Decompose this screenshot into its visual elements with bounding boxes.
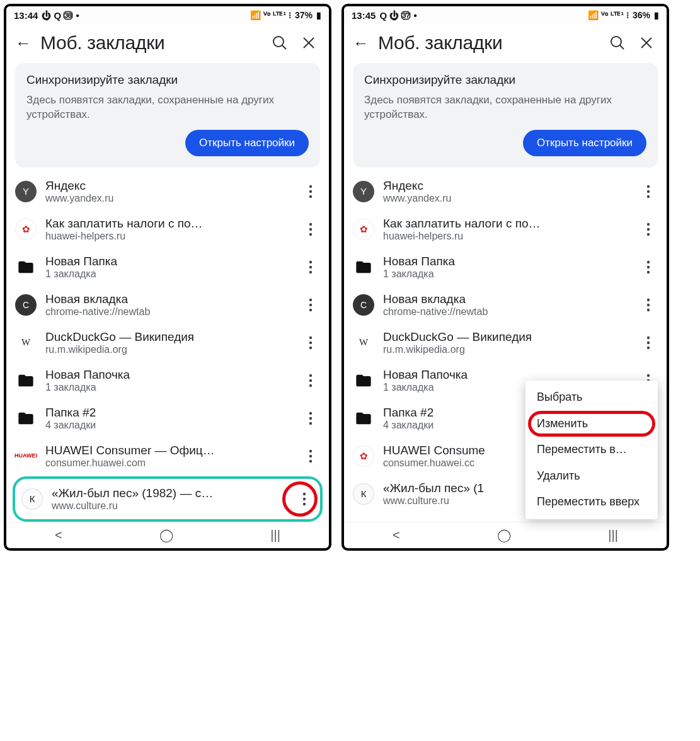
folder-icon: [353, 408, 374, 429]
favicon: C: [15, 294, 37, 316]
close-icon: [301, 35, 316, 50]
svg-point-2: [309, 195, 312, 198]
bookmark-text: Новая Папочка1 закладка: [45, 368, 292, 393]
svg-point-10: [309, 304, 312, 306]
bookmark-item[interactable]: ✿Как заплатить налоги с по…huawei-helper…: [344, 210, 667, 248]
nav-recents-icon[interactable]: |||: [608, 528, 618, 543]
bookmark-item[interactable]: Новая Папочка1 закладка: [6, 362, 329, 399]
favicon: W: [15, 332, 37, 353]
context-menu-item[interactable]: Выбрать: [525, 384, 658, 411]
bookmark-more-button[interactable]: [301, 217, 320, 242]
bookmark-item[interactable]: CНовая вкладкаchrome-native://newtab: [344, 286, 667, 324]
svg-point-17: [309, 384, 312, 387]
nav-recents-icon[interactable]: |||: [270, 528, 280, 543]
bookmark-title: Папка #2: [45, 406, 292, 420]
bookmark-more-button[interactable]: [301, 368, 320, 393]
svg-point-12: [309, 336, 312, 339]
search-icon: [272, 35, 287, 50]
bookmark-text: «Жил-был пес» (1982) — с… www.culture.ru: [52, 486, 286, 512]
bookmark-item[interactable]: YЯндексwww.yandex.ru: [344, 173, 667, 210]
search-button[interactable]: [268, 32, 291, 54]
bookmark-text: HUAWEI Consumer — Офиц…consumer.huawei.c…: [45, 444, 292, 469]
open-settings-button[interactable]: Открыть настройки: [185, 130, 309, 156]
favicon: К: [353, 483, 374, 505]
status-time: 13:44: [14, 10, 38, 21]
bookmark-more-button[interactable]: [639, 292, 658, 318]
back-button[interactable]: ←: [353, 33, 372, 53]
bookmark-url: 1 закладка: [383, 268, 630, 280]
context-menu-item[interactable]: Переместить в…: [525, 437, 658, 463]
battery-icon: ▮: [654, 10, 659, 20]
favicon: C: [353, 294, 374, 316]
bookmark-url: huawei-helpers.ru: [383, 231, 630, 242]
svg-point-14: [309, 347, 312, 349]
bookmark-title: Новая Папка: [383, 255, 630, 268]
bookmark-more-button[interactable]: [301, 179, 320, 204]
bookmark-more-button[interactable]: [301, 255, 320, 280]
nav-home-icon[interactable]: ◯: [497, 527, 511, 543]
bookmark-list[interactable]: YЯндексwww.yandex.ru✿Как заплатить налог…: [6, 173, 329, 475]
svg-point-13: [309, 342, 312, 344]
sync-subtext: Здесь появятся закладки, сохраненные на …: [26, 93, 309, 122]
svg-point-34: [647, 266, 650, 268]
bookmark-item[interactable]: К «Жил-был пес» (1982) — с… www.culture.…: [18, 480, 318, 518]
close-button[interactable]: [297, 32, 320, 54]
bookmark-item[interactable]: WDuckDuckGo — Википедияru.m.wikipedia.or…: [6, 324, 329, 362]
bookmark-url: 1 закладка: [45, 382, 292, 393]
battery-icon: ▮: [316, 10, 321, 20]
bookmark-url: consumer.huawei.com: [45, 457, 292, 469]
context-menu-item[interactable]: Переместить вверх: [525, 489, 658, 515]
bookmark-more-button[interactable]: [301, 330, 320, 355]
bookmark-url: chrome-native://newtab: [45, 306, 292, 318]
bookmark-item[interactable]: ✿Как заплатить налоги с по…huawei-helper…: [6, 210, 329, 248]
close-button[interactable]: [635, 32, 658, 54]
bookmark-item[interactable]: HUAWEIHUAWEI Consumer — Офиц…consumer.hu…: [6, 437, 329, 475]
svg-point-40: [647, 342, 650, 344]
folder-icon: [15, 256, 37, 278]
bookmark-more-button[interactable]: [301, 292, 320, 318]
svg-point-37: [647, 304, 650, 306]
bookmark-item[interactable]: Папка #24 закладки: [6, 399, 329, 437]
svg-point-23: [309, 460, 312, 462]
bookmark-more-button[interactable]: [301, 406, 320, 431]
bookmark-item[interactable]: Новая Папка1 закладка: [6, 248, 329, 286]
context-menu-item[interactable]: Удалить: [525, 463, 658, 490]
open-settings-button[interactable]: Открыть настройки: [523, 130, 646, 156]
bookmark-title: Новая вкладка: [45, 292, 292, 306]
sync-heading: Синхронизируйте закладки: [26, 73, 309, 87]
svg-point-32: [647, 233, 650, 236]
bookmark-text: Как заплатить налоги с по…huawei-helpers…: [383, 217, 630, 242]
favicon: ✿: [15, 219, 37, 240]
svg-point-20: [309, 422, 312, 425]
bookmark-text: Яндексwww.yandex.ru: [383, 179, 630, 204]
close-icon: [639, 35, 654, 50]
nav-back-icon[interactable]: <: [55, 528, 62, 543]
search-button[interactable]: [606, 32, 629, 54]
bookmark-more-button[interactable]: [639, 330, 658, 355]
bookmark-title: Новая вкладка: [383, 292, 630, 306]
bookmark-text: Новая Папка1 закладка: [383, 255, 630, 280]
context-menu-item[interactable]: Изменить: [525, 411, 658, 437]
nav-home-icon[interactable]: ◯: [159, 527, 173, 543]
bookmark-more-button[interactable]: [639, 217, 658, 242]
folder-icon: [353, 370, 374, 391]
android-navbar: < ◯ |||: [6, 522, 329, 548]
bookmark-text: Новая Папка1 закладка: [45, 255, 292, 280]
status-icons-left: Q ⏻ ㊲ •: [379, 10, 416, 21]
status-bar: 13:44 ⏻ Q ㊳ • 📶 ⱽᵒ ᴸᵀᴱ¹ ⁝ 37% ▮: [6, 6, 329, 24]
bookmark-item[interactable]: YЯндексwww.yandex.ru: [6, 173, 329, 210]
back-button[interactable]: ←: [15, 33, 34, 53]
more-icon: [302, 492, 306, 506]
bookmark-item[interactable]: CНовая вкладкаchrome-native://newtab: [6, 286, 329, 324]
bookmark-more-button[interactable]: [639, 179, 658, 204]
bookmark-item[interactable]: Новая Папка1 закладка: [344, 248, 667, 286]
nav-back-icon[interactable]: <: [393, 528, 400, 543]
bookmark-item[interactable]: WDuckDuckGo — Википедияru.m.wikipedia.or…: [344, 324, 667, 362]
bookmark-more-button[interactable]: [301, 444, 320, 469]
bookmark-title: HUAWEI Consumer — Офиц…: [45, 444, 292, 457]
favicon: К: [21, 488, 43, 510]
bookmark-more-button[interactable]: [639, 255, 658, 280]
bookmark-url: 4 закладки: [45, 420, 292, 431]
status-network-icon: 📶 ⱽᵒ ᴸᵀᴱ¹ ⁝: [588, 10, 629, 20]
bookmark-more-button[interactable]: [295, 486, 314, 512]
